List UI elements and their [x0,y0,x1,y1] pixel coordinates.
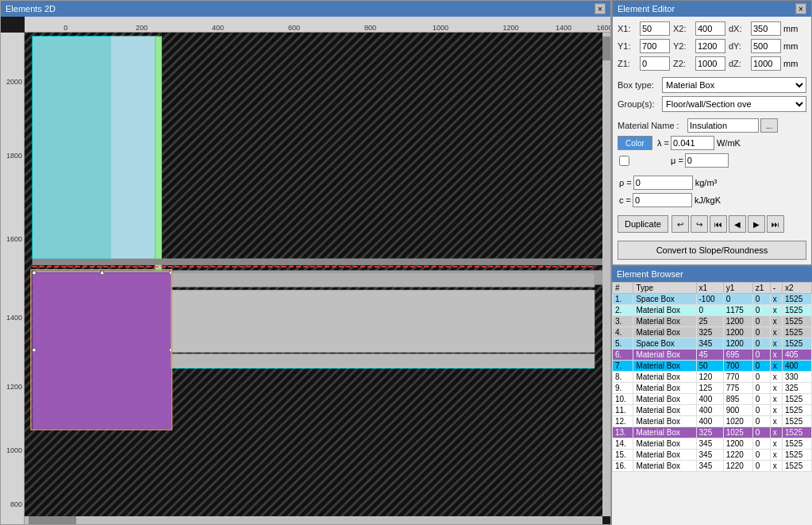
cell-dash: x [770,361,782,372]
z1-input[interactable] [640,56,670,71]
right-panel: Element Editor × X1: X2: dX: mm Y1: Y2: … [611,0,812,525]
x1-label: X1: [618,24,640,33]
editor-close-btn[interactable]: × [795,3,806,14]
cell-num: 11. [613,405,633,416]
cell-num: 8. [613,372,633,383]
undo-btn[interactable]: ↩ [672,215,689,233]
y1-input[interactable] [640,39,670,53]
ruler-tick-1200: 1200 [503,24,519,32]
svg-rect-16 [171,273,595,288]
x1-input[interactable] [640,21,670,36]
table-row[interactable]: 13. Material Box 325 1025 0 x 1525 [613,427,812,438]
table-row[interactable]: 2. Material Box 0 1175 0 x 1525 [613,305,812,316]
cell-type: Material Box [633,461,696,472]
lambda-input[interactable] [671,136,714,150]
canvas-area[interactable]: 0 200 400 600 800 1000 1200 1400 1600 20… [1,17,610,524]
groups-select[interactable]: Floor/wall/Section ove [662,96,806,112]
scrollbar-vertical[interactable] [602,33,610,516]
rho-input[interactable] [633,176,693,190]
mm-label-3: mm [783,59,798,68]
z2-input[interactable] [695,56,725,71]
svg-rect-14 [33,349,36,352]
cell-type: Material Box [633,372,696,383]
material-name-input[interactable] [687,118,759,133]
x2-input[interactable] [695,21,725,36]
table-row[interactable]: 7. Material Box 50 700 0 x 400 [613,361,812,372]
cell-type: Material Box [633,349,696,361]
next-btn[interactable]: ▶ [748,215,765,233]
mm-label-1: mm [783,24,798,33]
browse-btn[interactable]: ... [760,118,778,133]
checkbox-input[interactable] [619,156,629,166]
table-row[interactable]: 16. Material Box 345 1220 0 x 1525 [613,461,812,472]
drawing-area[interactable] [25,33,602,516]
first-btn[interactable]: ⏮ [710,215,727,233]
cell-num: 4. [613,327,633,338]
table-row[interactable]: 4. Material Box 325 1200 0 x 1525 [613,327,812,338]
element-editor: Element Editor × X1: X2: dX: mm Y1: Y2: … [612,0,812,265]
cell-x2: 1525 [782,294,811,305]
ruler-tick-1400: 1400 [556,24,571,32]
dy-input[interactable] [751,39,781,53]
last-btn[interactable]: ⏭ [767,215,784,233]
svg-rect-4 [112,37,156,259]
dz-input[interactable] [751,56,781,71]
table-row[interactable]: 9. Material Box 125 775 0 x 325 [613,383,812,394]
box-type-select[interactable]: Material Box Space Box [662,77,806,93]
cell-z1: 0 [752,316,770,327]
table-row[interactable]: 1. Space Box -100 0 0 x 1525 [613,294,812,305]
cell-x2: 1525 [782,316,811,327]
cell-x1: 125 [696,383,723,394]
convert-btn[interactable]: Convert to Slope/Roundness [618,241,806,260]
table-row[interactable]: 14. Material Box 345 1200 0 x 1525 [613,438,812,450]
table-row[interactable]: 15. Material Box 345 1220 0 x 1525 [613,450,812,461]
c-input[interactable] [633,193,692,207]
y2-input[interactable] [695,39,725,53]
dx-input[interactable] [751,21,781,36]
col-z1: z1 [752,283,770,294]
cell-z1: 0 [752,450,770,461]
table-row[interactable]: 12. Material Box 400 1020 0 x 1525 [613,416,812,427]
table-row[interactable]: 5. Space Box 345 1200 0 x 1525 [613,338,812,349]
mu-label: μ = [671,156,683,165]
xyz-row-2: Y1: Y2: dY: mm [618,39,806,53]
cell-num: 1. [613,294,633,305]
cell-x2: 330 [782,372,811,383]
cell-type: Material Box [633,427,696,438]
table-row[interactable]: 3. Material Box 25 1200 0 x 1525 [613,316,812,327]
duplicate-btn[interactable]: Duplicate [618,215,668,233]
table-row[interactable]: 8. Material Box 120 770 0 x 330 [613,372,812,383]
cell-x2: 1525 [782,450,811,461]
ruler-tick-800: 800 [364,24,376,32]
cell-num: 16. [613,461,633,472]
wm-label: W/mK [717,138,741,148]
cell-num: 10. [613,394,633,405]
elements-2d-close[interactable]: × [595,3,606,14]
cell-num: 7. [613,361,633,372]
material-name-row: Material Name : ... [618,118,806,133]
rho-row: ρ = kg/m³ [618,176,806,190]
cell-type: Material Box [633,450,696,461]
redo-btn[interactable]: ↪ [691,215,708,233]
cell-z1: 0 [752,427,770,438]
table-row[interactable]: 10. Material Box 400 895 0 x 1525 [613,394,812,405]
cell-dash: x [770,294,782,305]
cell-x2: 325 [782,383,811,394]
mu-input[interactable] [685,153,729,168]
cell-y1: 1200 [723,327,752,338]
dz-label: dZ: [729,59,751,68]
cell-y1: 1200 [723,316,752,327]
cell-x2: 1525 [782,327,811,338]
scrollbar-horizontal[interactable] [25,516,602,524]
cell-x1: 25 [696,316,723,327]
cell-num: 3. [613,316,633,327]
cell-dash: x [770,349,782,361]
cell-x1: 345 [696,338,723,349]
prev-btn[interactable]: ◀ [729,215,746,233]
browser-table[interactable]: # Type x1 y1 z1 - x2 1. Space Box -100 0… [612,282,812,525]
table-row[interactable]: 6. Material Box 45 695 0 x 405 [613,349,812,361]
table-row[interactable]: 11. Material Box 400 900 0 x 1525 [613,405,812,416]
color-btn[interactable]: Color [618,136,652,150]
cell-x1: 400 [696,416,723,427]
cell-z1: 0 [752,294,770,305]
